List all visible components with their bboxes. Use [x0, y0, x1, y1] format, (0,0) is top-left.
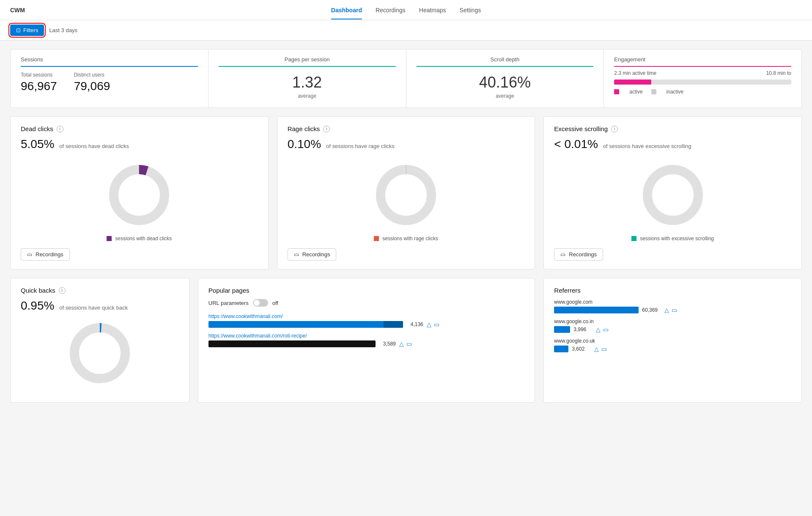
rage-clicks-desc: of sessions have rage clicks [326, 143, 395, 149]
ref-count-3: 3,602 [572, 346, 591, 352]
url-recording-icon-2[interactable]: ▭ [406, 340, 412, 347]
ref-recording-icon-3[interactable]: ▭ [601, 346, 607, 352]
scroll-value: 40.16% [417, 74, 594, 91]
distinct-users-value: 79,069 [74, 80, 110, 93]
filter-icon: ⊡ [16, 27, 21, 33]
dead-clicks-legend: sessions with dead clicks [21, 236, 258, 242]
engagement-bar [614, 80, 791, 85]
pages-sub: average [219, 93, 396, 99]
excessive-scrolling-title: Excessive scrolling i [554, 125, 791, 132]
url-heatmap-icon-2[interactable]: △ [399, 340, 404, 347]
quick-backs-info-icon[interactable]: i [59, 287, 66, 294]
pages-header: Pages per session [219, 56, 396, 67]
dead-clicks-dot [107, 236, 112, 241]
excessive-scrolling-percent: < 0.01% [554, 137, 598, 151]
quick-backs-percent: 0.95% [21, 299, 54, 312]
total-sessions-value: 96,967 [21, 80, 57, 93]
dead-clicks-info-icon[interactable]: i [57, 126, 63, 132]
referrers-title: Referrers [554, 287, 791, 294]
nav-settings[interactable]: Settings [460, 1, 481, 19]
url-count-1: 4,136 [406, 321, 423, 327]
url-params-toggle[interactable] [253, 299, 268, 307]
toggle-knob [254, 300, 260, 306]
excessive-scrolling-card: Excessive scrolling i < 0.01% of session… [543, 116, 802, 269]
pages-block: Pages per session 1.32 average [208, 49, 406, 107]
rage-clicks-info-icon[interactable]: i [323, 126, 330, 132]
rage-clicks-recordings-button[interactable]: ▭ Recordings [288, 248, 337, 261]
url-actions-1: △ ▭ [427, 321, 439, 328]
ref-bar-row-1: 60,369 △ ▭ [554, 307, 791, 313]
nav-dashboard[interactable]: Dashboard [331, 1, 362, 19]
dead-clicks-title: Dead clicks i [21, 125, 258, 132]
app-title: CWM [10, 7, 25, 14]
top-nav: CWM Dashboard Recordings Heatmaps Settin… [0, 0, 812, 20]
url-bar-dark-1 [384, 321, 403, 328]
active-time: 2.3 min active time [614, 70, 656, 76]
svg-point-4 [647, 170, 698, 220]
url-count-2: 3,589 [379, 341, 396, 347]
engagement-times: 2.3 min active time 10.8 min to [614, 70, 791, 76]
rage-clicks-dot [374, 236, 379, 241]
scroll-header: Scroll depth [417, 56, 594, 67]
main-content: Sessions Total sessions 96,967 Distinct … [0, 41, 812, 411]
inactive-label: inactive [667, 89, 684, 95]
ref-bar-row-3: 3,602 △ ▭ [554, 346, 791, 352]
ref-bar-2 [554, 326, 570, 333]
excessive-scrolling-dot [631, 236, 636, 241]
distinct-users-label: Distinct users [74, 72, 110, 78]
dead-clicks-recordings-button[interactable]: ▭ Recordings [21, 248, 70, 261]
filter-button[interactable]: ⊡ Filters [10, 25, 44, 36]
active-dot [614, 89, 619, 94]
svg-point-6 [74, 328, 125, 379]
sessions-block: Sessions Total sessions 96,967 Distinct … [11, 49, 208, 107]
engagement-header: Engagement [614, 56, 791, 67]
url-bar-1 [208, 321, 403, 328]
nav-center: Dashboard Recordings Heatmaps Settings [331, 1, 481, 19]
quick-backs-donut [21, 319, 179, 387]
ref-heatmap-icon-2[interactable]: △ [596, 326, 601, 333]
date-range: Last 3 days [49, 27, 77, 33]
dead-clicks-desc: of sessions have dead clicks [59, 143, 129, 149]
referrers-card: Referrers www.google.com 60,369 △ ▭ www.… [543, 278, 802, 403]
ref-name-3: www.google.co.uk [554, 338, 791, 344]
dead-clicks-card: Dead clicks i 5.05% of sessions have dea… [10, 116, 269, 269]
url-actions-2: △ ▭ [399, 340, 412, 347]
cards-row-1: Dead clicks i 5.05% of sessions have dea… [10, 116, 802, 269]
quick-backs-title: Quick backs i [21, 287, 179, 294]
url-heatmap-icon-1[interactable]: △ [427, 321, 431, 328]
rage-clicks-legend: sessions with rage clicks [288, 236, 525, 242]
ref-bar-1 [554, 307, 639, 313]
total-time: 10.8 min to [766, 70, 791, 76]
url-recording-icon-1[interactable]: ▭ [434, 321, 439, 328]
pages-value: 1.32 [219, 74, 396, 91]
dead-clicks-percent: 5.05% [21, 137, 54, 151]
stats-row: Sessions Total sessions 96,967 Distinct … [10, 49, 802, 108]
ref-count-1: 60,369 [642, 307, 661, 313]
inactive-dot [651, 89, 656, 94]
url-text-2: https://www.cookwithmanali.com/roti-reci… [208, 333, 525, 339]
ref-recording-icon-1[interactable]: ▭ [672, 307, 677, 313]
engagement-legend: active inactive [614, 89, 791, 95]
nav-heatmaps[interactable]: Heatmaps [419, 1, 446, 19]
ref-name-1: www.google.com [554, 299, 791, 305]
excessive-scrolling-recordings-button[interactable]: ▭ Recordings [554, 248, 603, 261]
excessive-scrolling-donut [554, 161, 791, 229]
engagement-bar-fill [614, 80, 651, 85]
url-bar-row-1: 4,136 △ ▭ [208, 321, 525, 328]
ref-heatmap-icon-3[interactable]: △ [594, 346, 599, 352]
ref-actions-1: △ ▭ [664, 307, 677, 313]
svg-point-2 [381, 170, 431, 220]
scroll-sub: average [417, 93, 594, 99]
ref-row-3: www.google.co.uk 3,602 △ ▭ [554, 338, 791, 352]
rage-clicks-percent: 0.10% [288, 137, 321, 151]
rage-clicks-donut [288, 161, 525, 229]
recordings-icon-3: ▭ [560, 251, 565, 258]
ref-actions-2: △ ▭ [596, 326, 609, 333]
ref-heatmap-icon-1[interactable]: △ [664, 307, 669, 313]
ref-actions-3: △ ▭ [594, 346, 607, 352]
ref-recording-icon-2[interactable]: ▭ [603, 326, 609, 333]
nav-recordings[interactable]: Recordings [376, 1, 406, 19]
toolbar: ⊡ Filters Last 3 days [0, 20, 812, 41]
ref-bar-3 [554, 346, 568, 352]
excessive-scrolling-info-icon[interactable]: i [611, 126, 618, 132]
